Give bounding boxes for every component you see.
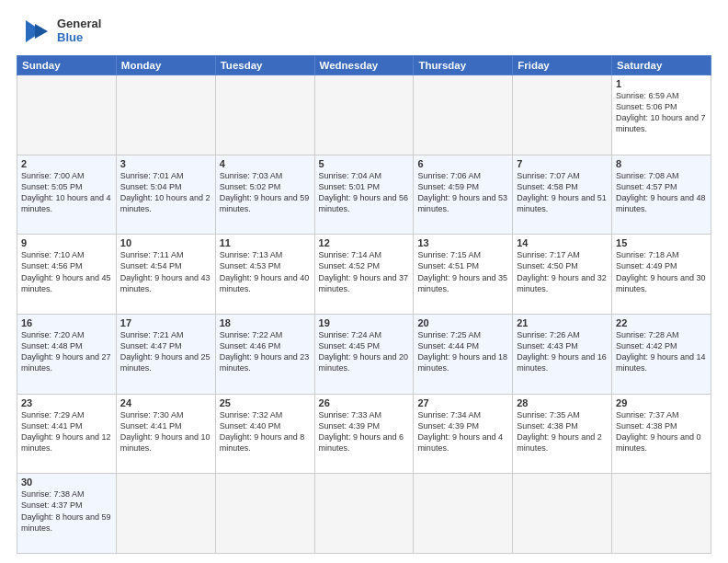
day-info: Sunrise: 7:26 AM Sunset: 4:43 PM Dayligh… bbox=[517, 329, 608, 374]
calendar-week-1: 2Sunrise: 7:00 AM Sunset: 5:05 PM Daylig… bbox=[17, 155, 711, 235]
day-info: Sunrise: 7:07 AM Sunset: 4:58 PM Dayligh… bbox=[517, 170, 608, 215]
day-number: 28 bbox=[517, 397, 608, 408]
calendar-table: SundayMondayTuesdayWednesdayThursdayFrid… bbox=[17, 55, 711, 554]
calendar-cell-1-0: 2Sunrise: 7:00 AM Sunset: 5:05 PM Daylig… bbox=[17, 155, 117, 235]
day-info: Sunrise: 7:21 AM Sunset: 4:47 PM Dayligh… bbox=[120, 329, 211, 374]
header: GeneralBlue bbox=[17, 17, 711, 46]
day-number: 29 bbox=[616, 397, 707, 408]
day-info: Sunrise: 7:01 AM Sunset: 5:04 PM Dayligh… bbox=[120, 170, 211, 215]
calendar-cell-2-5: 14Sunrise: 7:17 AM Sunset: 4:50 PM Dayli… bbox=[513, 235, 612, 315]
calendar-week-5: 30Sunrise: 7:38 AM Sunset: 4:37 PM Dayli… bbox=[17, 474, 711, 554]
calendar-cell-5-6 bbox=[612, 474, 711, 554]
day-number: 19 bbox=[319, 317, 410, 328]
weekday-header-thursday: Thursday bbox=[414, 56, 513, 75]
day-info: Sunrise: 7:37 AM Sunset: 4:38 PM Dayligh… bbox=[616, 409, 707, 454]
day-number: 6 bbox=[417, 158, 508, 169]
calendar-cell-2-4: 13Sunrise: 7:15 AM Sunset: 4:51 PM Dayli… bbox=[414, 235, 513, 315]
calendar-week-3: 16Sunrise: 7:20 AM Sunset: 4:48 PM Dayli… bbox=[17, 314, 711, 394]
day-info: Sunrise: 7:38 AM Sunset: 4:37 PM Dayligh… bbox=[21, 488, 112, 534]
calendar-cell-5-5 bbox=[513, 474, 612, 554]
logo-text: GeneralBlue bbox=[57, 17, 101, 45]
calendar-cell-2-6: 15Sunrise: 7:18 AM Sunset: 4:49 PM Dayli… bbox=[612, 235, 711, 315]
calendar-cell-2-0: 9Sunrise: 7:10 AM Sunset: 4:56 PM Daylig… bbox=[17, 235, 117, 315]
day-info: Sunrise: 7:22 AM Sunset: 4:46 PM Dayligh… bbox=[220, 329, 311, 374]
logo-general-text: General bbox=[57, 17, 101, 30]
calendar-cell-1-6: 8Sunrise: 7:08 AM Sunset: 4:57 PM Daylig… bbox=[612, 155, 711, 235]
day-info: Sunrise: 7:04 AM Sunset: 5:01 PM Dayligh… bbox=[319, 170, 410, 215]
day-info: Sunrise: 7:06 AM Sunset: 4:59 PM Dayligh… bbox=[417, 170, 508, 215]
day-info: Sunrise: 7:29 AM Sunset: 4:41 PM Dayligh… bbox=[21, 409, 112, 454]
logo: GeneralBlue bbox=[17, 17, 101, 46]
day-number: 1 bbox=[616, 78, 707, 89]
day-number: 30 bbox=[21, 477, 112, 488]
day-number: 11 bbox=[220, 237, 311, 248]
calendar-cell-5-2 bbox=[215, 474, 314, 554]
day-info: Sunrise: 7:35 AM Sunset: 4:38 PM Dayligh… bbox=[517, 409, 608, 454]
day-number: 17 bbox=[120, 317, 211, 328]
calendar-cell-1-3: 5Sunrise: 7:04 AM Sunset: 5:01 PM Daylig… bbox=[314, 155, 414, 235]
calendar-cell-3-5: 21Sunrise: 7:26 AM Sunset: 4:43 PM Dayli… bbox=[513, 314, 612, 394]
calendar-cell-2-3: 12Sunrise: 7:14 AM Sunset: 4:52 PM Dayli… bbox=[314, 235, 414, 315]
day-info: Sunrise: 7:15 AM Sunset: 4:51 PM Dayligh… bbox=[417, 249, 508, 294]
weekday-header-monday: Monday bbox=[116, 56, 215, 75]
weekday-header-sunday: Sunday bbox=[17, 56, 117, 75]
day-number: 12 bbox=[319, 237, 410, 248]
calendar-week-4: 23Sunrise: 7:29 AM Sunset: 4:41 PM Dayli… bbox=[17, 394, 711, 474]
day-number: 4 bbox=[220, 158, 311, 169]
calendar-cell-4-5: 28Sunrise: 7:35 AM Sunset: 4:38 PM Dayli… bbox=[513, 394, 612, 474]
calendar-cell-4-1: 24Sunrise: 7:30 AM Sunset: 4:41 PM Dayli… bbox=[116, 394, 215, 474]
day-number: 25 bbox=[220, 397, 311, 408]
calendar-cell-1-4: 6Sunrise: 7:06 AM Sunset: 4:59 PM Daylig… bbox=[414, 155, 513, 235]
day-number: 3 bbox=[120, 158, 211, 169]
day-number: 15 bbox=[616, 237, 707, 248]
calendar-week-0: 1Sunrise: 6:59 AM Sunset: 5:06 PM Daylig… bbox=[17, 75, 711, 155]
day-info: Sunrise: 7:34 AM Sunset: 4:39 PM Dayligh… bbox=[417, 409, 508, 454]
calendar-cell-4-0: 23Sunrise: 7:29 AM Sunset: 4:41 PM Dayli… bbox=[17, 394, 117, 474]
day-number: 5 bbox=[319, 158, 410, 169]
day-number: 20 bbox=[417, 317, 508, 328]
calendar-cell-5-3 bbox=[314, 474, 414, 554]
logo-icon bbox=[17, 17, 53, 46]
day-number: 2 bbox=[21, 158, 112, 169]
calendar-cell-0-4 bbox=[414, 75, 513, 155]
day-number: 21 bbox=[517, 317, 608, 328]
day-number: 7 bbox=[517, 158, 608, 169]
day-number: 10 bbox=[120, 237, 211, 248]
day-info: Sunrise: 7:00 AM Sunset: 5:05 PM Dayligh… bbox=[21, 170, 112, 215]
calendar-cell-2-1: 10Sunrise: 7:11 AM Sunset: 4:54 PM Dayli… bbox=[116, 235, 215, 315]
calendar-cell-0-6: 1Sunrise: 6:59 AM Sunset: 5:06 PM Daylig… bbox=[612, 75, 711, 155]
calendar-cell-0-5 bbox=[513, 75, 612, 155]
calendar-cell-5-1 bbox=[116, 474, 215, 554]
weekday-header-friday: Friday bbox=[513, 56, 612, 75]
calendar-week-2: 9Sunrise: 7:10 AM Sunset: 4:56 PM Daylig… bbox=[17, 235, 711, 315]
calendar-cell-2-2: 11Sunrise: 7:13 AM Sunset: 4:53 PM Dayli… bbox=[215, 235, 314, 315]
day-info: Sunrise: 7:10 AM Sunset: 4:56 PM Dayligh… bbox=[21, 249, 112, 294]
day-info: Sunrise: 7:03 AM Sunset: 5:02 PM Dayligh… bbox=[220, 170, 311, 215]
logo-blue-text: Blue bbox=[57, 30, 83, 44]
day-number: 23 bbox=[21, 397, 112, 408]
day-info: Sunrise: 7:17 AM Sunset: 4:50 PM Dayligh… bbox=[517, 249, 608, 294]
day-number: 9 bbox=[21, 237, 112, 248]
calendar-cell-3-2: 18Sunrise: 7:22 AM Sunset: 4:46 PM Dayli… bbox=[215, 314, 314, 394]
calendar-cell-3-1: 17Sunrise: 7:21 AM Sunset: 4:47 PM Dayli… bbox=[116, 314, 215, 394]
day-info: Sunrise: 7:24 AM Sunset: 4:45 PM Dayligh… bbox=[319, 329, 410, 374]
day-number: 26 bbox=[319, 397, 410, 408]
day-number: 27 bbox=[417, 397, 508, 408]
calendar-cell-0-0 bbox=[17, 75, 117, 155]
calendar-cell-1-5: 7Sunrise: 7:07 AM Sunset: 4:58 PM Daylig… bbox=[513, 155, 612, 235]
day-number: 8 bbox=[616, 158, 707, 169]
calendar-cell-4-3: 26Sunrise: 7:33 AM Sunset: 4:39 PM Dayli… bbox=[314, 394, 414, 474]
calendar-cell-3-3: 19Sunrise: 7:24 AM Sunset: 4:45 PM Dayli… bbox=[314, 314, 414, 394]
day-info: Sunrise: 7:28 AM Sunset: 4:42 PM Dayligh… bbox=[616, 329, 707, 374]
page: GeneralBlue SundayMondayTuesdayWednesday… bbox=[0, 0, 728, 563]
day-info: Sunrise: 7:08 AM Sunset: 4:57 PM Dayligh… bbox=[616, 170, 707, 215]
day-number: 22 bbox=[616, 317, 707, 328]
calendar-cell-3-4: 20Sunrise: 7:25 AM Sunset: 4:44 PM Dayli… bbox=[414, 314, 513, 394]
day-number: 16 bbox=[21, 317, 112, 328]
calendar-header: SundayMondayTuesdayWednesdayThursdayFrid… bbox=[17, 56, 711, 75]
weekday-header-row: SundayMondayTuesdayWednesdayThursdayFrid… bbox=[17, 56, 711, 75]
calendar-cell-5-0: 30Sunrise: 7:38 AM Sunset: 4:37 PM Dayli… bbox=[17, 474, 117, 554]
calendar-cell-0-2 bbox=[215, 75, 314, 155]
day-number: 14 bbox=[517, 237, 608, 248]
svg-marker-1 bbox=[35, 24, 48, 39]
